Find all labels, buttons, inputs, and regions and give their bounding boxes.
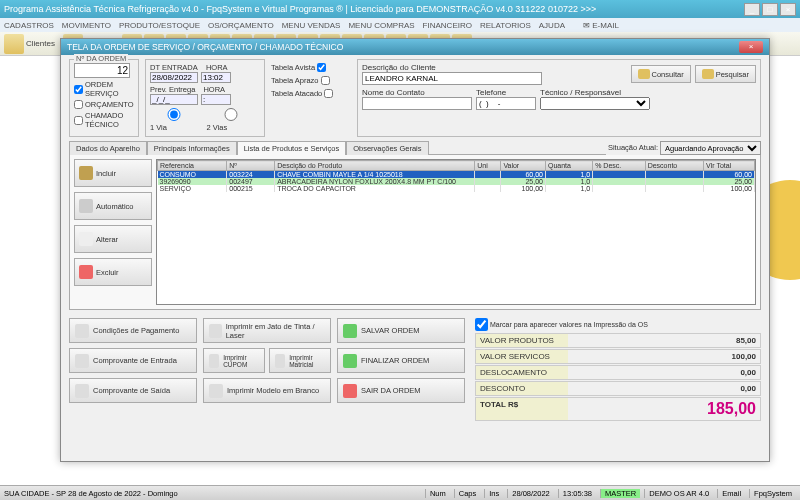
via2-radio[interactable] (207, 108, 255, 121)
doc-icon (75, 354, 89, 368)
excluir-button[interactable]: Excluir (74, 258, 152, 286)
printer-icon (209, 324, 222, 338)
plus-icon (79, 166, 93, 180)
table-row[interactable]: 39269090002497ABRACADEIRA NYLON FOXLUX 2… (158, 178, 755, 185)
menu-financeiro[interactable]: FINANCEIRO (423, 21, 472, 30)
menu-ajuda[interactable]: AJUDA (539, 21, 565, 30)
contato-input[interactable] (362, 97, 472, 110)
table-row[interactable]: CONSUMO003224CHAVE COMBIN MAYLE A 1/4 10… (158, 171, 755, 179)
tecnico-select[interactable] (540, 97, 650, 110)
doc-icon (75, 384, 89, 398)
os-dialog: TELA DA ORDEM DE SERVIÇO / ORÇAMENTO / C… (60, 38, 770, 462)
status-cidade: SUA CIDADE - SP 28 de Agosto de 2022 - D… (4, 489, 178, 498)
delete-icon (79, 265, 93, 279)
status-demo: DEMO OS AR 4.0 (644, 489, 713, 498)
automatico-button[interactable]: Automático (74, 192, 152, 220)
printer-icon (209, 354, 219, 368)
menubar: CADASTROS MOVIMENTO PRODUTO/ESTOQUE OS/O… (0, 18, 800, 32)
menu-relatorios[interactable]: RELATORIOS (480, 21, 531, 30)
maximize-button[interactable]: □ (762, 3, 778, 16)
table-row[interactable]: SERVIÇO000215TROCA DO CAPACITOR100,001,0… (158, 185, 755, 192)
menu-vendas[interactable]: MENU VENDAS (282, 21, 341, 30)
printer-icon (275, 354, 285, 368)
edit-icon (79, 232, 93, 246)
consultar-button[interactable]: Consultar (631, 65, 691, 83)
imprimir-matricial-button[interactable]: Imprimir Matricial (269, 348, 331, 373)
incluir-button[interactable]: Incluir (74, 159, 152, 187)
hora-input[interactable] (201, 72, 231, 83)
cliente-fieldset: Descrição do Cliente Consultar Pesquisar… (357, 59, 761, 137)
minimize-button[interactable]: _ (744, 3, 760, 16)
cliente-nome-input[interactable] (362, 72, 542, 85)
search-icon (638, 69, 650, 79)
comp-entrada-button[interactable]: Comprovante de Entrada (69, 348, 197, 373)
produtos-grid[interactable]: Referencia Nº Descição do Produto Uni Va… (156, 159, 756, 305)
check-icon (343, 354, 357, 368)
alterar-button[interactable]: Alterar (74, 225, 152, 253)
statusbar: SUA CIDADE - SP 28 de Agosto de 2022 - D… (0, 485, 800, 500)
status-data: 28/08/2022 (507, 489, 554, 498)
imprimir-branco-button[interactable]: Imprimir Modelo em Branco (203, 378, 331, 403)
via1-radio[interactable] (150, 108, 198, 121)
sair-button[interactable]: SAIR DA ORDEM (337, 378, 465, 403)
situacao-select[interactable]: Aguardando Aprovação (660, 141, 761, 155)
clientes-icon[interactable] (4, 34, 24, 54)
dt-entrada-input[interactable] (150, 72, 198, 83)
money-icon (75, 324, 89, 338)
prev-entrega-input[interactable] (150, 94, 198, 105)
menu-cadastros[interactable]: CADASTROS (4, 21, 54, 30)
tabs: Dados do Aparelho Principais Informações… (69, 141, 761, 155)
tipo-ct-checkbox[interactable] (74, 116, 83, 125)
tab-dados[interactable]: Dados do Aparelho (69, 141, 147, 155)
ordem-fieldset: Nº DA ORDEM ORDEM SERVIÇO ORÇAMENTO CHAM… (69, 59, 139, 137)
menu-produto[interactable]: PRODUTO/ESTOQUE (119, 21, 200, 30)
cliente-desc-label: Descrição do Cliente (362, 63, 627, 72)
imprimir-jato-button[interactable]: Imprimir em Jato de Tinta / Laser (203, 318, 331, 343)
comp-saida-button[interactable]: Comprovante de Saída (69, 378, 197, 403)
menu-compras[interactable]: MENU COMPRAS (348, 21, 414, 30)
app-title: Programa Assistência Técnica Refrigeraçã… (4, 4, 744, 14)
mostrar-valores-checkbox[interactable] (475, 318, 488, 331)
tipo-os-checkbox[interactable] (74, 85, 83, 94)
check-icon (343, 324, 357, 338)
email-button[interactable]: E-MAIL (592, 21, 619, 30)
tab-info[interactable]: Principais Informações (147, 141, 237, 155)
desconto: 0,00 (568, 382, 760, 395)
app-close-button[interactable]: × (780, 3, 796, 16)
pesquisar-button[interactable]: Pesquisar (695, 65, 756, 83)
app-titlebar: Programa Assistência Técnica Refrigeraçã… (0, 0, 800, 18)
tab-obs[interactable]: Observações Gerais (346, 141, 428, 155)
finalizar-button[interactable]: FINALIZAR ORDEM (337, 348, 465, 373)
salvar-button[interactable]: SALVAR ORDEM (337, 318, 465, 343)
tabela-avista-checkbox[interactable] (317, 63, 326, 72)
cond-pagamento-button[interactable]: Condições de Pagamento (69, 318, 197, 343)
telefone-input[interactable] (476, 97, 536, 110)
ordem-label: Nº DA ORDEM (74, 54, 128, 63)
dialog-close-button[interactable]: × (739, 41, 763, 53)
menu-os[interactable]: OS/ORÇAMENTO (208, 21, 274, 30)
tabela-aprazo-checkbox[interactable] (321, 76, 330, 85)
status-hora: 13:05:38 (558, 489, 596, 498)
tipo-orc-checkbox[interactable] (74, 100, 83, 109)
clientes-label: Clientes (26, 39, 55, 48)
deslocamento: 0,00 (568, 366, 760, 379)
ordem-input[interactable] (74, 63, 130, 78)
situacao-label: Situação Atual: (606, 141, 660, 155)
search-icon (702, 69, 714, 79)
printer-icon (209, 384, 223, 398)
barcode-icon (79, 199, 93, 213)
data-fieldset: DT ENTRADA HORA Prev. Entrega HORA 1 Via… (145, 59, 265, 137)
imprimir-cupom-button[interactable]: Imprimir CUPOM (203, 348, 265, 373)
prev-hora-input[interactable] (201, 94, 231, 105)
total-rs: 185,00 (568, 398, 760, 420)
valor-servicos: 100,00 (568, 350, 760, 363)
status-user: MASTER (600, 489, 640, 498)
dialog-title: TELA DA ORDEM DE SERVIÇO / ORÇAMENTO / C… (67, 42, 739, 52)
valor-produtos: 85,00 (568, 334, 760, 347)
tab-panel: Incluir Automático Alterar Excluir Refer… (69, 155, 761, 310)
tab-produtos[interactable]: Lista de Produtos e Serviços (237, 141, 346, 155)
menu-movimento[interactable]: MOVIMENTO (62, 21, 111, 30)
dialog-titlebar: TELA DA ORDEM DE SERVIÇO / ORÇAMENTO / C… (61, 39, 769, 55)
tabela-atacado-checkbox[interactable] (324, 89, 333, 98)
tabela-opts: Tabela Avista Tabela Aprazo Tabela Ataca… (271, 59, 351, 137)
